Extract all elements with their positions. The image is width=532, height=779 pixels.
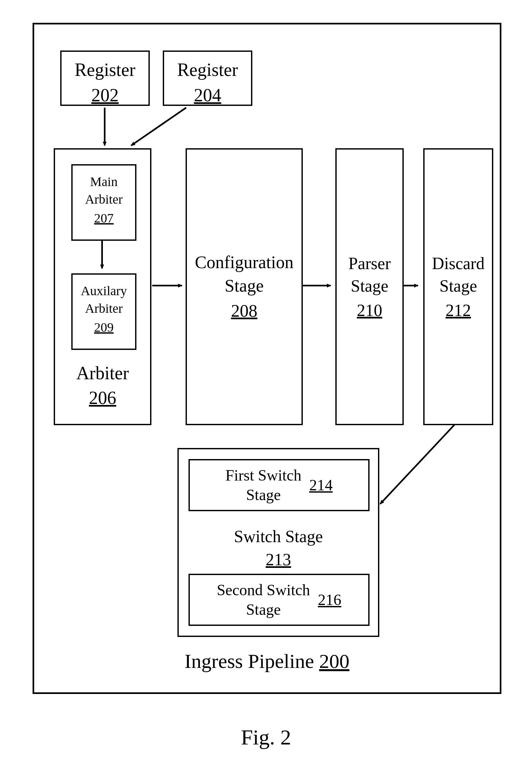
second-switch-label-2: Stage [217,600,310,619]
arbiter-ref: 206 [55,386,150,409]
aux-arbiter-ref: 209 [73,319,135,336]
arbiter-box: Main Arbiter 207 Auxilary Arbiter 209 Ar… [54,148,151,425]
discard-stage-box: Discard Stage 212 [423,148,493,425]
discard-stage-ref: 212 [424,300,492,321]
register-202-ref: 202 [62,84,148,107]
main-arbiter-box: Main Arbiter 207 [71,164,136,241]
switch-stage-label: Switch Stage [179,526,378,547]
aux-arbiter-label-2: Arbiter [73,300,135,317]
first-switch-ref: 214 [309,475,333,495]
second-switch-ref: 216 [318,590,341,610]
main-arbiter-label-2: Arbiter [73,191,135,207]
parser-stage-label-1: Parser [337,253,402,274]
aux-arbiter-label-1: Auxilary [73,283,135,299]
config-stage-ref: 208 [187,300,302,322]
register-204-label: Register [164,58,251,81]
ingress-pipeline-ref: 200 [319,650,349,672]
figure-caption: Fig. 2 [0,725,532,750]
ingress-pipeline-label: Ingress Pipeline [185,650,314,672]
first-switch-label-2: Stage [225,485,301,505]
switch-stage-box: First Switch Stage 214 Switch Stage 213 … [178,448,379,637]
aux-arbiter-box: Auxilary Arbiter 209 [71,273,136,350]
discard-stage-label-1: Discard [424,253,492,274]
main-arbiter-ref: 207 [73,210,135,227]
config-stage-label-2: Stage [187,275,302,297]
parser-stage-label-2: Stage [337,275,402,297]
register-204-ref: 204 [164,84,251,107]
second-switch-label-1: Second Switch [217,580,310,600]
discard-stage-label-2: Stage [424,275,492,297]
switch-stage-ref: 213 [179,549,378,570]
parser-stage-box: Parser Stage 210 [335,148,404,425]
ingress-pipeline-label-row: Ingress Pipeline 200 [34,650,500,673]
second-switch-box: Second Switch Stage 216 [189,574,370,626]
ingress-pipeline-frame: Register 202 Register 204 Main Arbiter 2… [32,23,502,694]
config-stage-label-1: Configuration [187,251,302,274]
first-switch-label-1: First Switch [225,466,301,485]
parser-stage-ref: 210 [337,300,402,321]
register-204-box: Register 204 [163,51,252,106]
arbiter-label: Arbiter [55,362,150,384]
register-202-label: Register [62,58,148,81]
register-202-box: Register 202 [60,51,150,106]
config-stage-box: Configuration Stage 208 [186,148,303,425]
first-switch-box: First Switch Stage 214 [189,459,370,511]
main-arbiter-label-1: Main [73,174,135,190]
arrow-reg204-to-arbiter [131,108,186,145]
arrow-discard-to-switch [380,425,455,504]
